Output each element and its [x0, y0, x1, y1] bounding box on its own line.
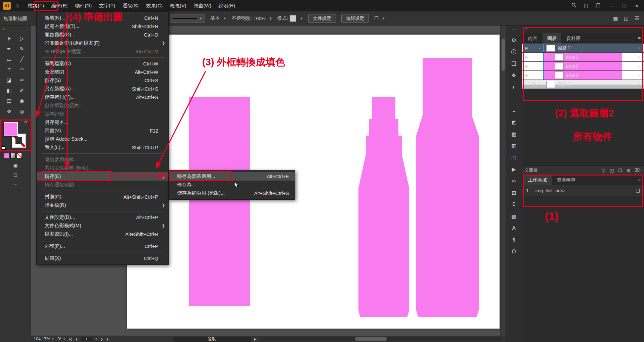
arc-tool[interactable]: ◠ — [15, 65, 28, 75]
appearance-panel-icon[interactable]: ◩ — [511, 120, 516, 125]
panel-tab[interactable]: 資料庫 — [562, 33, 585, 44]
artboard-name[interactable]: img_link_area — [535, 188, 565, 193]
zoom-dropdown[interactable]: 104.17%▼ — [34, 337, 54, 341]
collapse-toolbar-icon[interactable]: « — [3, 27, 5, 31]
artboards-panel-icon[interactable]: ❏ — [511, 61, 516, 66]
opacity-value[interactable]: 100% — [254, 16, 266, 21]
menubar-menu[interactable]: 效果(C) — [142, 0, 166, 11]
menu-item[interactable]: 在 Bridge 中瀏覽... Alt+Ctrl+O ❯ — [37, 47, 168, 56]
align-panel-icon[interactable]: ▥ — [511, 143, 516, 149]
make-clip-mask-icon[interactable]: ◰ — [610, 168, 614, 173]
panel-menu-icon[interactable]: ≡ — [638, 33, 644, 44]
menu-item[interactable]: 轉存選取範圍... ❯ — [37, 181, 168, 189]
menu-item[interactable]: 置入(L)... Shift+Ctrl+P ❯ — [37, 143, 168, 152]
new-sublayer-icon[interactable]: ❏ — [618, 168, 622, 173]
panel-tab[interactable]: 工作區域 — [523, 175, 552, 185]
default-fill-stroke-icon[interactable] — [2, 146, 5, 150]
disclosure-icon[interactable] — [537, 46, 543, 50]
eyedropper-tool[interactable]: ◉ — [15, 96, 28, 106]
first-artboard-button[interactable]: |❮ — [69, 337, 73, 341]
status-menu-arrow-icon[interactable]: ▶ — [254, 337, 257, 341]
menubar-menu[interactable]: 編輯(E) — [48, 0, 71, 11]
menu-item[interactable]: 儲存選取的切片... ❯ — [37, 101, 168, 110]
fill-color-swatch[interactable] — [4, 122, 18, 136]
artboard-grid-panel-icon[interactable]: ⊞ — [512, 190, 516, 196]
screen-mode-icon[interactable]: ◻ — [13, 172, 17, 177]
panel-menu-icon[interactable]: ≡ — [638, 175, 644, 185]
menu-item[interactable]: 檔案資訊(I)... Alt+Shift+Ctrl+I ❯ — [37, 230, 168, 238]
menu-item[interactable]: 回復(V) F12 ❯ — [37, 127, 168, 135]
menu-item[interactable]: 開啟舊檔(O)... Ctrl+O ❯ — [37, 31, 168, 39]
delete-layer-icon[interactable]: ⌦ — [635, 168, 641, 173]
shape-bottle-small[interactable] — [358, 97, 409, 317]
artboard-row[interactable]: 1 img_link_area ❏ — [522, 185, 644, 196]
zoom-tool[interactable]: ◎ — [15, 106, 28, 116]
document-setup-button[interactable]: 文件設定 — [308, 14, 336, 23]
swatches-panel-icon[interactable]: ▩ — [511, 214, 516, 219]
layer-name[interactable]: 圖層 1 — [557, 81, 571, 87]
expand-dock-icon[interactable]: « — [513, 27, 515, 31]
panel-tab[interactable]: 內容 — [523, 33, 542, 44]
hand-tool[interactable]: ✥ — [3, 106, 15, 116]
chevron-icon[interactable]: ❯ — [269, 17, 272, 20]
panel-tab[interactable]: 圖層 — [543, 33, 561, 44]
layer-row[interactable]: ◉ 圖層 1 ○ — [522, 80, 644, 89]
asset-export-panel-icon[interactable]: ↧ — [512, 202, 516, 207]
menu-item[interactable]: 版本記錄 ❯ — [37, 110, 168, 118]
layer-thumbnail[interactable] — [546, 81, 555, 88]
menu-item[interactable]: 邀請參與編輯... ❯ — [37, 155, 168, 164]
horizontal-scrollbar[interactable] — [260, 337, 502, 341]
home-icon[interactable]: ⌂ — [15, 2, 19, 9]
search-icon[interactable] — [571, 3, 576, 9]
collapse-dock-icon[interactable]: » — [522, 26, 644, 33]
dock-columns-icon[interactable]: ◫ — [624, 15, 629, 21]
brush-dropdown[interactable]: 基本▼ — [210, 15, 226, 21]
minimize-button[interactable]: ─ — [610, 3, 613, 8]
menu-item[interactable]: 轉存為... — [169, 181, 295, 189]
layer-row[interactable]: ◉ area2 ○ — [522, 62, 644, 71]
eye-icon[interactable]: ◉ — [522, 55, 531, 59]
menu-item[interactable]: 指令檔(R) ❯ — [37, 201, 168, 209]
pen-tool[interactable]: ✒ — [3, 44, 15, 54]
menu-item[interactable]: 儲存拷貝(Y)... Alt+Ctrl+S ❯ — [37, 93, 168, 101]
layer-thumbnail[interactable] — [555, 54, 564, 61]
menubar-menu[interactable]: 檔案(F) — [24, 0, 48, 11]
menubar-menu[interactable]: 說明(H) — [215, 0, 239, 11]
close-button[interactable]: ✕ — [635, 3, 639, 8]
layer-name[interactable]: area2 — [566, 63, 578, 69]
menu-item[interactable]: 打開最近使用過的檔案(F) ❯ — [37, 39, 168, 47]
status-display[interactable]: 選取 — [173, 337, 251, 342]
layer-thumbnail[interactable] — [555, 63, 564, 70]
panel-tab[interactable]: 資產轉存 — [552, 175, 580, 185]
layer-row[interactable]: ◉ area1 ○ — [522, 53, 644, 62]
type-tool[interactable]: T — [3, 65, 15, 75]
target-circle-icon[interactable]: ○ — [637, 55, 640, 60]
layer-thumbnail[interactable] — [555, 72, 564, 79]
artboard-number-field[interactable]: 1 — [81, 337, 92, 341]
style-swatch[interactable] — [290, 15, 296, 22]
layer-name[interactable]: 圖層 2 — [557, 45, 571, 51]
layer-row[interactable]: ◉ area3 ○ — [522, 71, 644, 80]
layer-thumbnail[interactable] — [546, 45, 555, 52]
align-dropdown[interactable]: ❒▼ — [374, 16, 385, 21]
eraser-tool[interactable]: ◪ — [3, 75, 15, 85]
transparency-panel-icon[interactable]: ◒ — [512, 108, 516, 113]
panel-menu-icon[interactable]: ☰ — [635, 15, 639, 21]
scissors-tool[interactable]: ✂ — [15, 75, 28, 85]
target-circle-icon[interactable]: ○ — [637, 82, 640, 87]
eye-icon[interactable]: ◉ — [522, 73, 531, 78]
properties-panel-icon[interactable]: ⚙ — [511, 38, 516, 43]
horizontal-scrollbar-thumb[interactable] — [355, 337, 387, 341]
menubar-menu[interactable]: 物件(O) — [71, 0, 95, 11]
last-artboard-button[interactable]: ❯| — [106, 337, 110, 341]
shape-bottle-large[interactable] — [416, 58, 479, 317]
vertical-scrollbar[interactable] — [500, 26, 506, 336]
menu-item[interactable]: 文件設定(D)... Alt+Ctrl+P ❯ — [37, 213, 168, 222]
menubar-menu[interactable]: 文字(T) — [95, 0, 119, 11]
swap-fill-stroke-icon[interactable]: ⇄ — [24, 120, 27, 125]
links-panel-icon[interactable]: ∞ — [512, 179, 516, 184]
transform-panel-icon[interactable]: ◫ — [511, 155, 516, 160]
grid-view-icon[interactable]: ▦ — [613, 15, 618, 21]
menu-item[interactable]: 全部關閉 Alt+Ctrl+W ❯ — [37, 68, 168, 76]
menu-item[interactable]: 共用以供審核 (Beta)... ❯ — [37, 164, 168, 172]
